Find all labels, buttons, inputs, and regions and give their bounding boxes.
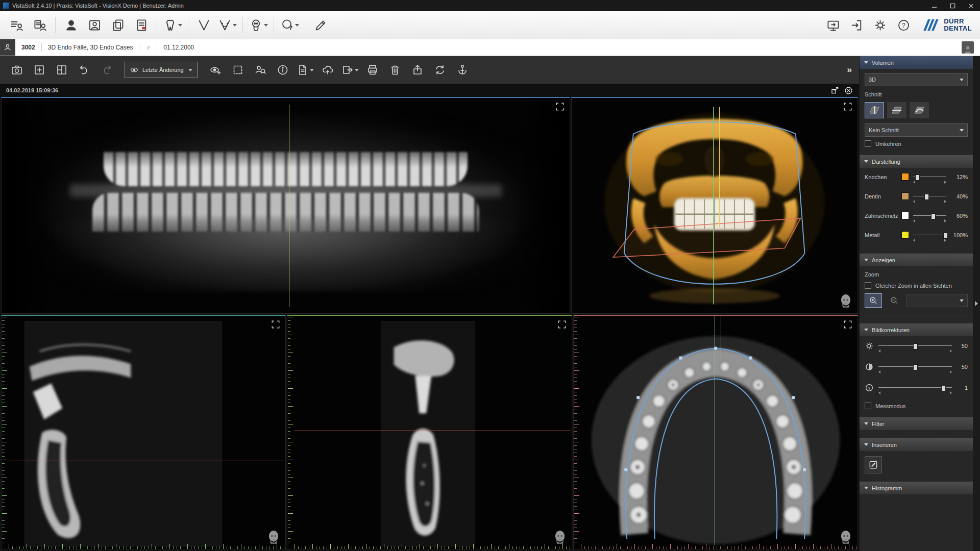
fullscreen-icon[interactable] — [555, 102, 565, 111]
fullscreen-icon[interactable] — [271, 320, 280, 329]
patient-list-icon[interactable] — [5, 14, 28, 36]
zoom-in-button[interactable] — [865, 293, 882, 308]
sagittal-pane[interactable] — [1, 315, 286, 550]
nudge-left-icon[interactable] — [913, 219, 915, 222]
patient-icon[interactable] — [60, 14, 82, 36]
orientation-head-icon[interactable] — [839, 294, 852, 309]
axial-slice-line[interactable] — [9, 461, 284, 461]
sagittal-slice-line[interactable] — [715, 316, 715, 545]
patient-name[interactable]: 3D Endo Fälle, 3D Endo Cases — [48, 44, 133, 51]
copy-patient-icon[interactable] — [107, 14, 129, 36]
insert-implant-button[interactable] — [865, 456, 882, 473]
print-icon[interactable] — [363, 60, 382, 80]
volume-3d-pane[interactable] — [571, 97, 858, 314]
contrast-slider[interactable] — [878, 364, 952, 370]
knochen-opacity-slider[interactable] — [913, 174, 946, 180]
orientation-head-icon[interactable] — [839, 530, 852, 545]
snapshot-icon[interactable] — [7, 60, 27, 80]
knochen-color-swatch[interactable] — [901, 173, 909, 181]
more-tools-button[interactable]: » — [847, 65, 852, 75]
nudge-right-icon[interactable] — [944, 181, 946, 184]
patient-photo-icon[interactable] — [962, 41, 974, 54]
layout-icon[interactable] — [52, 60, 71, 80]
axial-pane[interactable] — [573, 315, 858, 550]
slider-handle[interactable] — [913, 343, 918, 349]
slider-handle[interactable] — [915, 174, 920, 181]
messmodus-checkbox[interactable]: Messmodus — [860, 399, 973, 409]
dentin-color-swatch[interactable] — [901, 192, 909, 200]
orientation-head-icon[interactable] — [267, 530, 280, 545]
panel-expand-arrow[interactable] — [975, 301, 978, 306]
info-icon[interactable] — [273, 60, 292, 80]
brightness-slider[interactable] — [878, 343, 952, 349]
minimize-button[interactable] — [925, 0, 943, 11]
cloud-upload-icon[interactable] — [318, 60, 337, 80]
job-document-icon[interactable] — [130, 14, 153, 36]
skull-button[interactable] — [247, 14, 270, 36]
patient-id[interactable]: 3002 — [21, 44, 35, 51]
section-filter[interactable]: Filter — [860, 417, 973, 430]
slider-handle[interactable] — [913, 364, 918, 370]
volume-dropdown[interactable]: 3D — [865, 73, 968, 86]
section-inserieren[interactable]: Inserieren — [860, 438, 973, 451]
nudge-right-icon[interactable] — [950, 349, 952, 353]
slice-mode-2-button[interactable] — [887, 102, 906, 118]
add-view-icon[interactable] — [30, 60, 49, 80]
coronal-slice-line[interactable] — [289, 105, 289, 307]
worklist-icon[interactable] — [29, 14, 51, 36]
slice-mode-1-button[interactable] — [865, 102, 884, 118]
cross-section-pane[interactable] — [287, 315, 572, 550]
pen-icon[interactable] — [309, 14, 332, 36]
coronal-slice-line[interactable] — [721, 316, 721, 358]
nudge-right-icon[interactable] — [944, 239, 946, 242]
share-icon[interactable] — [408, 60, 427, 80]
axial-slice-line[interactable] — [295, 431, 570, 431]
zahnschmelz-opacity-slider[interactable] — [913, 213, 946, 219]
help-icon[interactable]: ? — [892, 14, 915, 36]
head-profile-button[interactable] — [278, 14, 301, 36]
nudge-left-icon[interactable] — [878, 349, 880, 353]
metall-color-swatch[interactable] — [901, 231, 909, 239]
nudge-left-icon[interactable] — [878, 370, 880, 373]
last-change-button[interactable]: Letzte Änderung — [125, 62, 198, 78]
slice-mode-3-button[interactable] — [910, 102, 929, 118]
section-volumen[interactable]: Volumen — [860, 56, 973, 69]
export-button[interactable] — [340, 60, 360, 80]
popout-icon[interactable] — [831, 86, 839, 94]
gamma-slider[interactable] — [878, 385, 952, 391]
anchor-tool-icon[interactable] — [453, 60, 472, 80]
maximize-button[interactable] — [943, 0, 962, 11]
zahnschmelz-color-swatch[interactable] — [901, 212, 909, 219]
nudge-right-icon[interactable] — [950, 370, 952, 373]
fullscreen-icon[interactable] — [843, 320, 852, 329]
panoramic-pane[interactable] — [1, 97, 570, 314]
nudge-left-icon[interactable] — [878, 391, 880, 394]
section-darstellung[interactable]: Darstellung — [860, 155, 973, 168]
patient-menu-icon[interactable] — [0, 39, 15, 56]
slider-handle[interactable] — [931, 213, 936, 219]
exit-icon[interactable] — [845, 14, 868, 36]
invert-checkbox[interactable]: Umkehren — [860, 137, 973, 147]
settings-icon[interactable] — [869, 14, 891, 36]
nudge-right-icon[interactable] — [950, 391, 952, 394]
nudge-right-icon[interactable] — [944, 219, 946, 222]
nudge-left-icon[interactable] — [913, 200, 915, 203]
close-button[interactable] — [962, 0, 980, 11]
undo-icon[interactable] — [75, 60, 94, 80]
patient-card-icon[interactable] — [83, 14, 106, 36]
acquisition-device-icon[interactable] — [822, 14, 844, 36]
jaw-open-icon[interactable] — [192, 14, 215, 36]
close-study-icon[interactable] — [844, 86, 853, 95]
section-histogramm[interactable]: Histogramm — [860, 482, 973, 494]
zoom-out-button[interactable] — [886, 293, 903, 308]
jaw-marks-button[interactable] — [216, 14, 238, 36]
find-person-icon[interactable] — [251, 60, 270, 80]
slider-handle[interactable] — [941, 385, 946, 391]
report-button[interactable] — [296, 60, 315, 80]
slice-dropdown[interactable]: Kein Schnitt — [865, 123, 968, 137]
same-zoom-checkbox[interactable]: Gleicher Zoom in allen Sichten — [860, 279, 973, 289]
slider-handle[interactable] — [943, 233, 948, 239]
slider-handle[interactable] — [924, 194, 929, 200]
section-bildkorrekturen[interactable]: Bildkorrekturen — [860, 323, 973, 336]
metall-opacity-slider[interactable] — [913, 232, 946, 238]
